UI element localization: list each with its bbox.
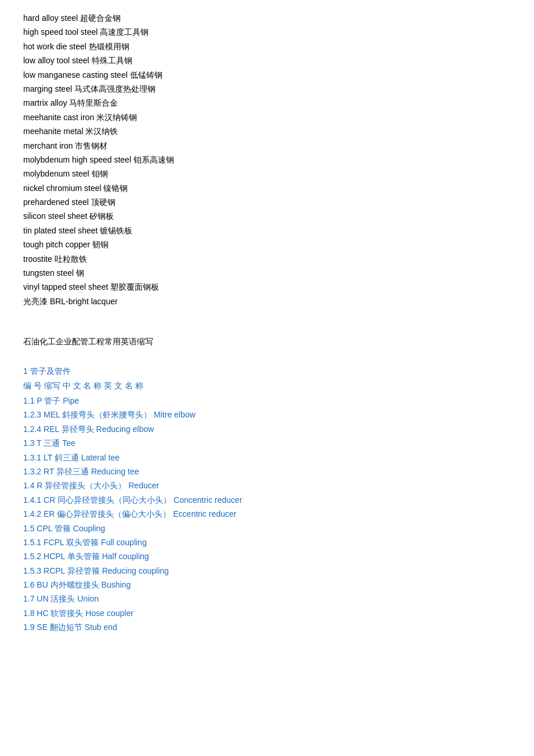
steel-entry: vinyl tapped steel sheet 塑胶覆面钢板 — [23, 280, 308, 293]
pipe-item[interactable]: 1.8 HC 软管接头 Hose coupler — [23, 607, 308, 620]
steel-entry: martrix alloy 马特里斯合金 — [23, 96, 308, 109]
steel-entry: meehanite cast iron 米汉纳铸钢 — [23, 111, 308, 124]
steel-entry: prehardened steel 顶硬钢 — [23, 196, 308, 208]
steel-entry: low manganese casting steel 低锰铸钢 — [23, 69, 308, 81]
steel-entry: tough pitch copper 韧铜 — [23, 238, 308, 251]
steel-entry: marging steel 马式体高强度热处理钢 — [23, 82, 308, 95]
guang-liang-entry: 光亮漆 BRL-bright lacquer — [23, 295, 308, 308]
pipe-item[interactable]: 1.6 BU 内外螺纹接头 Bushing — [23, 578, 308, 591]
pipe-item[interactable]: 1.2.3 MEL 斜接弯头（虾米腰弯头） Mitre elbow — [23, 408, 308, 421]
pipe-item[interactable]: 1.4.1 CR 同心异径管接头（同心大小头） Concentric reduc… — [23, 494, 308, 506]
pipe-item[interactable]: 1.3.2 RT 异径三通 Reducing tee — [23, 465, 308, 478]
steel-entry: silicon steel sheet 矽钢板 — [23, 210, 308, 222]
pipe-item[interactable]: 1.5 CPL 管箍 Coupling — [23, 522, 308, 535]
steel-entry: merchant iron 市售钢材 — [23, 139, 308, 152]
steel-entry: tin plated steel sheet 镀锡铁板 — [23, 224, 308, 237]
pipe-item[interactable]: 1.4.2 ER 偏心异径管接头（偏心大小头） Eccentric reduce… — [23, 507, 308, 520]
table-header: 编 号 缩写 中 文 名 称 英 文 名 称 — [23, 379, 308, 392]
pipe-item[interactable]: 1.4 R 异径管接头（大小头） Reducer — [23, 479, 308, 492]
pipe-item[interactable]: 1.3 T 三通 Tee — [23, 437, 308, 449]
steel-entry: nickel chromium steel 镍铬钢 — [23, 182, 308, 195]
steel-entry: molybdenum high speed steel 钼系高速钢 — [23, 153, 308, 166]
steel-entry: molybdenum steel 钼钢 — [23, 167, 308, 180]
pipe-item[interactable]: 1.5.2 HCPL 单头管箍 Half coupling — [23, 550, 308, 563]
steel-entry: troostite 吐粒散铁 — [23, 253, 308, 265]
pipe-item[interactable]: 1.2.4 REL 异径弯头 Reducing elbow — [23, 423, 308, 435]
steel-entry: hard alloy steel 超硬合金钢 — [23, 12, 308, 24]
pipe-item[interactable]: 1.5.3 RCPL 异径管箍 Reducing coupling — [23, 564, 308, 577]
pipe-section-title[interactable]: 1 管子及管件 — [23, 365, 308, 377]
right-column: 管件英汉词汇查询(H-Y) HALF COUPLING 单承口管箍HARDNES… — [23, 635, 273, 756]
section2-title: 石油化工企业配管工程常用英语缩写 — [23, 337, 308, 347]
steel-entry: high speed tool steel 高速度工具钢 — [23, 26, 308, 38]
steel-entries: hard alloy steel 超硬合金钢high speed tool st… — [23, 12, 308, 294]
steel-entry: meehanite metal 米汉纳铁 — [23, 125, 308, 138]
pipe-item[interactable]: 1.9 SE 翻边短节 Stub end — [23, 621, 308, 633]
pipe-item[interactable]: 1.5.1 FCPL 双头管箍 Full coupling — [23, 536, 308, 549]
steel-entry: low alloy tool steel 特殊工具钢 — [23, 54, 308, 67]
left-column: hard alloy steel 超硬合金钢high speed tool st… — [23, 12, 308, 635]
pipe-item[interactable]: 1.7 UN 活接头 Union — [23, 592, 308, 605]
steel-entry: tungsten steel 钢 — [23, 267, 308, 279]
pipe-item[interactable]: 1.1 P 管子 Pipe — [23, 394, 308, 407]
pipe-item[interactable]: 1.3.1 LT 斜三通 Lateral tee — [23, 451, 308, 464]
steel-entry: hot work die steel 热锻模用钢 — [23, 40, 308, 53]
